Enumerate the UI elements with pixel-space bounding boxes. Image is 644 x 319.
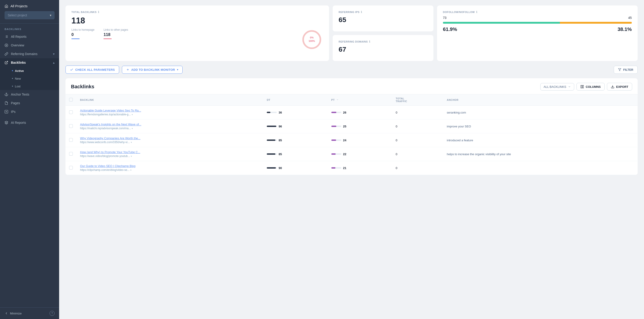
- ip-icon: [4, 110, 8, 114]
- svg-rect-18: [581, 85, 582, 88]
- donut-label-100pct: 100%: [308, 40, 315, 42]
- table-row: Why Videography Companies Are Worth the.…: [66, 133, 638, 147]
- minimize-button[interactable]: Minimize: [4, 311, 22, 315]
- pt-cell: 26: [328, 106, 392, 119]
- url-chevron-2[interactable]: ▾: [131, 141, 132, 144]
- url-chevron-3[interactable]: ▾: [131, 155, 132, 157]
- expand-icon: ▾: [53, 52, 54, 56]
- backlink-title-0[interactable]: Actionable Guide Leverage Video Seo To R…: [80, 109, 176, 112]
- backlinks-table: BACKLINK DT PT TOTALTRAFFIC ANCHOR Actio…: [66, 94, 638, 175]
- sidebar-item-backlinks[interactable]: Backlinks ▴: [0, 58, 59, 67]
- backlink-url-3: https://wave.video/blog/promote-youtub..…: [80, 154, 130, 158]
- filter-button[interactable]: FILTER: [614, 66, 638, 74]
- all-backlinks-dropdown[interactable]: ALL BACKLINKS: [540, 83, 574, 91]
- backlink-cell: Actionable Guide Leverage Video Seo To R…: [76, 106, 263, 119]
- anchor-cell: seranking.com: [443, 106, 638, 119]
- anchor-cell: introduced a feature: [443, 133, 638, 147]
- backlink-cell: Why Videography Companies Are Worth the.…: [76, 133, 263, 147]
- backlink-title-4[interactable]: Our Guide to Video SEO | Clipchamp Blog: [80, 164, 176, 168]
- sidebar-item-all-reports[interactable]: All Reports: [0, 32, 59, 41]
- toolbar: CHECK ALL PARAMETERS ADD TO BACKLINK MON…: [66, 66, 638, 74]
- dt-cell: 96: [263, 119, 328, 133]
- col-dt: DT: [263, 94, 328, 106]
- filter-icon: [618, 68, 621, 71]
- backlink-cell: How (and Why) to Promote Your YouTube C.…: [76, 147, 263, 161]
- sidebar-item-referring-domains[interactable]: Referring Domains ▾: [0, 50, 59, 58]
- backlink-title-3[interactable]: How (and Why) to Promote Your YouTube C.…: [80, 150, 176, 154]
- traffic-cell: 0: [392, 106, 443, 119]
- sidebar-item-overview[interactable]: Overview: [0, 41, 59, 50]
- select-all-checkbox[interactable]: [69, 98, 73, 102]
- total-backlinks-info[interactable]: ℹ: [98, 11, 99, 14]
- dofollow-card: DOFOLLOW/NOFOLLOW ℹ 73 45 61.9% 38.1%: [437, 6, 638, 61]
- col-backlink: BACKLINK: [76, 94, 263, 106]
- anchor-cell: helps to increase the organic visibility…: [443, 147, 638, 161]
- col-pt[interactable]: PT: [328, 94, 392, 106]
- url-chevron-4[interactable]: ▾: [130, 169, 132, 171]
- all-projects-link[interactable]: All Projects: [4, 4, 54, 8]
- table-row: Our Guide to Video SEO | Clipchamp Blog …: [66, 161, 638, 175]
- referring-domains-info[interactable]: ℹ: [369, 40, 370, 43]
- svg-point-6: [5, 44, 8, 47]
- row-checkbox-0[interactable]: [69, 110, 73, 114]
- url-chevron-0[interactable]: ▾: [132, 113, 133, 116]
- pages-icon: [4, 101, 8, 105]
- sidebar-subitem-new[interactable]: New: [0, 75, 59, 82]
- columns-button[interactable]: COLUMNS: [576, 83, 605, 91]
- col-total-traffic: TOTALTRAFFIC: [392, 94, 443, 106]
- sidebar-subitem-active[interactable]: Active: [0, 67, 59, 75]
- dt-cell: 85: [263, 133, 328, 147]
- dofollow-bar: [443, 22, 632, 24]
- sidebar-item-anchor-texts[interactable]: Anchor Texts: [0, 90, 59, 99]
- dt-cell: 36: [263, 106, 328, 119]
- traffic-cell: 0: [392, 133, 443, 147]
- sidebar-item-ai-reports[interactable]: AI Reports: [0, 118, 59, 127]
- backlinks-section-label: BACKLINKS: [0, 24, 59, 32]
- table-header: Backlinks ALL BACKLINKS COLUMNS EXPORT: [66, 78, 638, 94]
- pt-cell: 22: [328, 147, 392, 161]
- referring-ips-info[interactable]: ℹ: [361, 11, 362, 14]
- dofollow-info[interactable]: ℹ: [476, 11, 478, 14]
- backlink-url-2: https://www.webconfs.com/3350/why-vi...: [80, 141, 130, 144]
- sidebar-item-ips[interactable]: IPs: [0, 107, 59, 116]
- home-icon: [4, 4, 8, 8]
- check-icon: [70, 68, 74, 72]
- url-chevron-1[interactable]: ▾: [132, 127, 133, 130]
- table-row: AdvisorSpeak's Insights on the Next Wave…: [66, 119, 638, 133]
- list-icon: [4, 35, 8, 39]
- svg-point-9: [6, 93, 7, 94]
- backlink-url-4: https://clipchamp.com/en/blog/video-se..…: [80, 168, 130, 172]
- collapse-icon: ▴: [53, 61, 54, 64]
- row-checkbox-3[interactable]: [69, 152, 73, 156]
- sort-icon: [336, 99, 338, 101]
- traffic-cell: 0: [392, 119, 443, 133]
- export-button[interactable]: EXPORT: [607, 83, 632, 91]
- row-checkbox-2[interactable]: [69, 138, 73, 142]
- table-title: Backlinks: [71, 84, 94, 90]
- sidebar: All Projects Select project ▾ BACKLINKS …: [0, 0, 59, 319]
- dt-cell: 90: [263, 161, 328, 175]
- backlink-title-2[interactable]: Why Videography Companies Are Worth the.…: [80, 137, 176, 140]
- backlink-url-0: https://femdomgalleries.top/actionable-g…: [80, 113, 131, 116]
- pt-cell: 24: [328, 133, 392, 147]
- sidebar-subitem-lost[interactable]: Lost: [0, 82, 59, 90]
- row-checkbox-4[interactable]: [69, 166, 73, 170]
- backlink-cell: AdvisorSpeak's Insights on the Next Wave…: [76, 119, 263, 133]
- table-controls: ALL BACKLINKS COLUMNS EXPORT: [540, 83, 632, 91]
- project-select[interactable]: Select project ▾: [4, 11, 54, 19]
- table-row: Actionable Guide Leverage Video Seo To R…: [66, 106, 638, 119]
- check-params-button[interactable]: CHECK ALL PARAMETERS: [66, 66, 119, 74]
- export-icon: [611, 85, 614, 89]
- add-monitor-button[interactable]: ADD TO BACKLINK MONITOR ▾: [122, 66, 182, 74]
- row-checkbox-1[interactable]: [69, 124, 73, 128]
- minimize-icon: [4, 311, 8, 315]
- svg-line-8: [6, 61, 8, 63]
- backlink-title-1[interactable]: AdvisorSpeak's Insights on the Next Wave…: [80, 123, 176, 126]
- ai-icon: [4, 121, 8, 124]
- sidebar-item-pages[interactable]: Pages: [0, 99, 59, 107]
- help-button[interactable]: ?: [50, 311, 54, 316]
- donut-label-0pct: 0%: [310, 36, 314, 39]
- backlink-cell: Our Guide to Video SEO | Clipchamp Blog …: [76, 161, 263, 175]
- backlink-icon: [4, 61, 8, 64]
- anchor-icon: [4, 93, 8, 96]
